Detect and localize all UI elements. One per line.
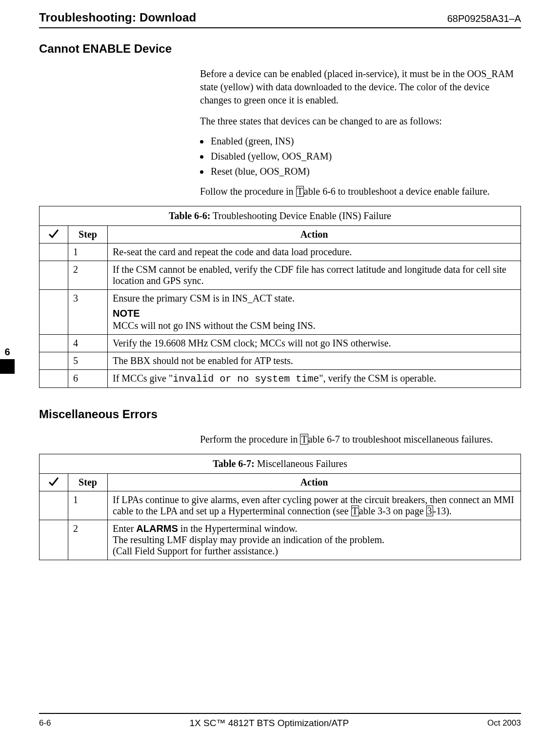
- note-label: NOTE: [113, 308, 516, 319]
- check-icon: [48, 229, 59, 239]
- para-intro-1: Before a device can be enabled (placed i…: [200, 67, 521, 107]
- heading-cannot-enable: Cannot ENABLE Device: [39, 42, 521, 56]
- step-cell: 3: [68, 290, 108, 335]
- table-6-7: Table 6-7: Miscellaneous Failures Step A…: [39, 454, 521, 560]
- table-row: 1 If LPAs continue to give alarms, even …: [40, 491, 521, 520]
- check-icon: [48, 477, 59, 487]
- text-fragment: (Call Field Support for further assistan…: [113, 546, 278, 556]
- table-cross-ref-link[interactable]: T: [351, 506, 359, 516]
- bullet-item: Reset (blue, OOS_ROM): [200, 166, 521, 177]
- text-fragment: able 6-7 to troubleshoot miscellaneous f…: [308, 434, 493, 445]
- step-column-header: Step: [68, 474, 108, 491]
- table-row: 2 If the CSM cannot be enabled, verify t…: [40, 261, 521, 290]
- table-title: Troubleshooting Device Enable (INS) Fail…: [213, 210, 391, 221]
- action-cell: Enter ALARMS in the Hyperterminal window…: [108, 520, 521, 560]
- text-fragment: The resulting LMF display may provide an…: [113, 534, 384, 545]
- action-cell: Verify the 19.6608 MHz CSM clock; MCCs w…: [108, 335, 521, 352]
- text-fragment: Perform the procedure in: [200, 434, 298, 445]
- action-cell: Re-seat the card and repeat the code and…: [108, 244, 521, 261]
- text-fragment: in the Hyperterminal window.: [178, 523, 298, 534]
- check-cell: [40, 370, 68, 388]
- text-fragment: If MCCs give ": [113, 373, 173, 384]
- state-bullet-list: Enabled (green, INS) Disabled (yellow, O…: [200, 136, 521, 177]
- table-number: Table 6-7:: [213, 458, 254, 469]
- page-footer: 6-6 1X SC™ 4812T BTS Optimization/ATP Oc…: [39, 713, 521, 729]
- para-perform-procedure: Perform the procedure in Table 6-7 to tr…: [200, 433, 521, 446]
- table-caption: Table 6-6: Troubleshooting Device Enable…: [40, 206, 521, 226]
- header-doc-code: 68P09258A31–A: [447, 13, 521, 24]
- table-row: 3 Ensure the primary CSM is in INS_ACT s…: [40, 290, 521, 335]
- step-cell: 5: [68, 352, 108, 370]
- text-fragment: Follow the procedure in: [200, 186, 294, 197]
- text-fragment: ", verify the CSM is operable.: [319, 373, 436, 384]
- bullet-item: Disabled (yellow, OOS_RAM): [200, 151, 521, 162]
- table-row: 4 Verify the 19.6608 MHz CSM clock; MCCs…: [40, 335, 521, 352]
- table-number: Table 6-6:: [169, 210, 210, 221]
- table-6-6: Table 6-6: Troubleshooting Device Enable…: [39, 206, 521, 388]
- action-cell: If MCCs give "invalid or no system time"…: [108, 370, 521, 388]
- header-title: Troubleshooting: Download: [39, 11, 196, 24]
- check-cell: [40, 261, 68, 290]
- action-cell: Ensure the primary CSM is in INS_ACT sta…: [108, 290, 521, 335]
- table-row: 1 Re-seat the card and repeat the code a…: [40, 244, 521, 261]
- chapter-tab: 6: [0, 345, 15, 374]
- para-follow-procedure: Follow the procedure in Table 6-6 to tro…: [200, 185, 521, 198]
- table-cross-ref-link[interactable]: T: [300, 434, 308, 445]
- step-cell: 6: [68, 370, 108, 388]
- para-intro-2: The three states that devices can be cha…: [200, 115, 521, 128]
- check-column-header: [40, 226, 68, 244]
- action-cell: If LPAs continue to give alarms, even af…: [108, 491, 521, 520]
- mono-text: invalid or no system time: [173, 373, 319, 385]
- table-row: 5 The BBX should not be enabled for ATP …: [40, 352, 521, 370]
- table-row: 6 If MCCs give "invalid or no system tim…: [40, 370, 521, 388]
- chapter-number: 6: [0, 345, 15, 359]
- check-cell: [40, 352, 68, 370]
- check-cell: [40, 335, 68, 352]
- check-column-header: [40, 474, 68, 491]
- chapter-tab-block: [0, 359, 15, 374]
- command-text: ALARMS: [136, 523, 178, 534]
- action-column-header: Action: [108, 226, 521, 244]
- step-cell: 1: [68, 244, 108, 261]
- action-cell: If the CSM cannot be enabled, verify the…: [108, 261, 521, 290]
- footer-doc-title: 1X SC™ 4812T BTS Optimization/ATP: [189, 718, 349, 729]
- text-fragment: If LPAs continue to give alarms, even af…: [113, 494, 514, 516]
- text-fragment: -13).: [433, 506, 452, 516]
- check-cell: [40, 520, 68, 560]
- check-cell: [40, 491, 68, 520]
- table-row: 2 Enter ALARMS in the Hyperterminal wind…: [40, 520, 521, 560]
- page-number: 6-6: [39, 718, 51, 728]
- step-cell: 1: [68, 491, 108, 520]
- page-header: Troubleshooting: Download 68P09258A31–A: [39, 11, 521, 28]
- step-cell: 2: [68, 261, 108, 290]
- check-cell: [40, 244, 68, 261]
- bullet-item: Enabled (green, INS): [200, 136, 521, 147]
- footer-date: Oct 2003: [487, 718, 521, 728]
- text-fragment: able 3-3 on page: [359, 506, 424, 516]
- text-fragment: Ensure the primary CSM is in INS_ACT sta…: [113, 293, 295, 304]
- action-cell: The BBX should not be enabled for ATP te…: [108, 352, 521, 370]
- table-title: Miscellaneous Failures: [257, 458, 347, 469]
- step-cell: 4: [68, 335, 108, 352]
- page-cross-ref-link[interactable]: 3: [426, 506, 433, 516]
- text-fragment: able 6-6 to troubleshoot a device enable…: [304, 186, 490, 197]
- action-column-header: Action: [108, 474, 521, 491]
- text-fragment: Enter: [113, 523, 136, 534]
- step-cell: 2: [68, 520, 108, 560]
- check-cell: [40, 290, 68, 335]
- step-column-header: Step: [68, 226, 108, 244]
- heading-misc-errors: Miscellaneous Errors: [39, 407, 521, 421]
- table-caption: Table 6-7: Miscellaneous Failures: [40, 454, 521, 474]
- table-cross-ref-link[interactable]: T: [296, 186, 304, 197]
- note-text: MCCs will not go INS without the CSM bei…: [113, 320, 316, 331]
